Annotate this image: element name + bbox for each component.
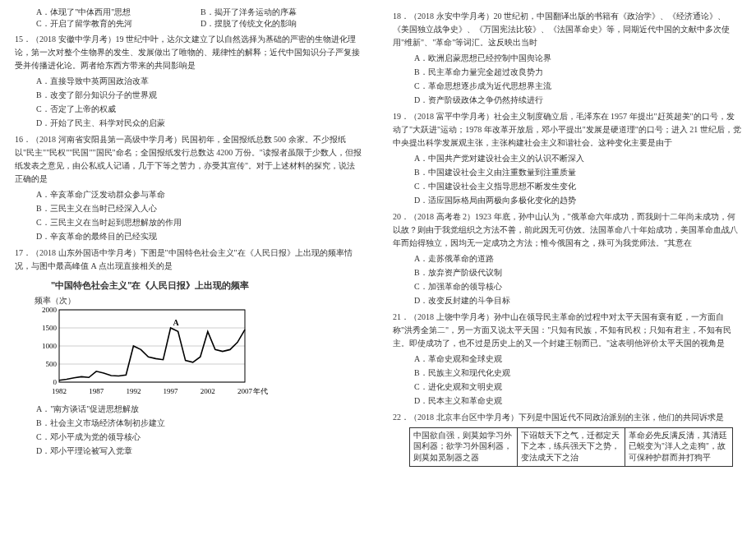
right-column: 18．（2018 永安中学月考）20 世纪初，中国翻译出版的书籍有《政治学》、《… — [378, 0, 756, 535]
svg-text:2002: 2002 — [201, 387, 215, 395]
left-column: A．体现了"中体西用"思想 B．揭开了洋务运动的序幕 C．开启了留学教育的先河 … — [0, 0, 378, 535]
q17-optC: C．邓小平成为党的领导核心 — [36, 430, 363, 444]
q19-optB: B．中国建设社会主义由注重数量到注重质量 — [414, 165, 741, 179]
q21-optA: A．革命史观和全球史观 — [414, 352, 741, 366]
frequency-chart: 0500100015002000198219871992199720022007… — [31, 307, 270, 397]
q15-optC: C．否定了上帝的权威 — [36, 102, 363, 116]
q17-optD: D．邓小平理论被写入党章 — [36, 444, 363, 458]
q17-optB: B．社会主义市场经济体制初步建立 — [36, 416, 363, 430]
svg-text:1997: 1997 — [164, 387, 179, 395]
q20-optD: D．改变反封建的斗争目标 — [414, 293, 741, 307]
q16-optA: A．辛亥革命广泛发动群众参与革命 — [36, 187, 363, 201]
q17-optA: A．"南方谈话"促进思想解放 — [36, 402, 363, 416]
q14-optC: C．开启了留学教育的先河 — [36, 18, 201, 30]
q16-optD: D．辛亥革命的最终目的已经实现 — [36, 229, 363, 243]
q18-stem: 18．（2018 永安中学月考）20 世纪初，中国翻译出版的书籍有《政治学》、《… — [393, 10, 741, 49]
q16-optC: C．三民主义在当时起到思想解放的作用 — [36, 215, 363, 229]
q19-optC: C．中国建设社会主义指导思想不断发生变化 — [414, 179, 741, 193]
q18-optA: A．欧洲启蒙思想已经控制中国舆论界 — [414, 51, 741, 65]
q16-stem: 16．（2018 河南省安阳县第一高级中学月考）民国初年，全国报纸总数 500 … — [15, 133, 363, 186]
q20-optB: B．放弃资产阶级代议制 — [414, 265, 741, 279]
q15-optB: B．改变了部分知识分子的世界观 — [36, 88, 363, 102]
q22-table: 中国欲自强，则莫如学习外国利器；欲学习外国利器，则莫如觅制器之器 下诏鼓天下之气… — [409, 427, 733, 467]
svg-text:年代: 年代 — [253, 387, 268, 395]
q14-optB: B．揭开了洋务运动的序幕 — [201, 7, 297, 18]
chart-container: "中国特色社会主义"在《人民日报》上出现的频率 频率（次） 0500100015… — [31, 279, 363, 397]
q20-optC: C．加强革命的领导核心 — [414, 279, 741, 293]
q19-optD: D．适应国际格局由两极向多极化变化的趋势 — [414, 193, 741, 207]
q18-optD: D．资产阶级政体之争仍然持续进行 — [414, 93, 741, 107]
svg-text:1000: 1000 — [42, 342, 58, 350]
svg-text:1992: 1992 — [126, 387, 141, 395]
chart-title: "中国特色社会主义"在《人民日报》上出现的频率 — [51, 279, 363, 292]
q14-opts-row1: A．体现了"中体西用"思想 B．揭开了洋务运动的序幕 — [36, 7, 363, 18]
svg-text:0: 0 — [53, 378, 58, 386]
q20-optA: A．走苏俄革命的道路 — [414, 251, 741, 265]
svg-text:500: 500 — [46, 360, 58, 368]
svg-text:2007: 2007 — [237, 387, 253, 395]
q15-optD: D．开始了民主、科学对民众的启蒙 — [36, 116, 363, 130]
svg-text:1982: 1982 — [52, 387, 67, 395]
q18-optC: C．革命思想逐步成为近代思想界主流 — [414, 79, 741, 93]
q22-cell-1: 下诏鼓天下之气，迁都定天下之本，练兵强天下之势，变法成天下之治 — [518, 428, 625, 467]
svg-text:2000: 2000 — [42, 307, 58, 314]
q18-optB: B．民主革命力量完全超过改良势力 — [414, 65, 741, 79]
q15-stem: 15．（2018 安徽中学月考）19 世纪中叶，达尔文建立了以自然选择为基础的严… — [15, 33, 363, 72]
q22-cell-0: 中国欲自强，则莫如学习外国利器；欲学习外国利器，则莫如觅制器之器 — [410, 428, 518, 467]
q14-optD: D．摆脱了传统文化的影响 — [201, 18, 297, 30]
q21-optB: B．民族主义和现代化史观 — [414, 366, 741, 380]
q16-optB: B．三民主义在当时已经深入人心 — [36, 201, 363, 215]
q19-stem: 19．（2018 富平中学月考）社会主义制度确立后，毛泽东在 1957 年提出"… — [393, 110, 741, 150]
q15-optA: A．直接导致中英两国政治改革 — [36, 74, 363, 88]
q19-optA: A．中国共产党对建设社会主义的认识不断深入 — [414, 151, 741, 165]
svg-text:A: A — [173, 318, 180, 327]
q22-stem: 22．（2018 北京丰台区中学月考）下列是中国近代不同政治派别的主张，他们的共… — [393, 411, 741, 424]
exam-page: A．体现了"中体西用"思想 B．揭开了洋务运动的序幕 C．开启了留学教育的先河 … — [0, 0, 756, 535]
q14-optA: A．体现了"中体西用"思想 — [36, 7, 201, 18]
q21-optD: D．民本主义和革命史观 — [414, 394, 741, 408]
chart-ylabel: 频率（次） — [35, 295, 363, 307]
q21-optC: C．进化史观和文明史观 — [414, 380, 741, 394]
q22-cell-2: 革命必先反满反清，其清廷已蜕变为"洋人之走狗"，故可保种护群而并打狗平 — [625, 428, 733, 467]
q17-stem: 17．（2018 山东外国语中学月考）下图是"中国特色社会主义"在《人民日报》上… — [15, 247, 363, 273]
svg-text:1987: 1987 — [89, 387, 104, 395]
q14-opts-row2: C．开启了留学教育的先河 D．摆脱了传统文化的影响 — [36, 18, 363, 30]
q20-stem: 20．（2018 高考卷 2）1923 年底，孙中山认为，"俄革命六年成功，而我… — [393, 210, 741, 250]
q21-stem: 21．（2018 上饶中学月考）孙中山在领导民主革命的过程中对太平天国有褒有贬，… — [393, 311, 741, 350]
svg-text:1500: 1500 — [42, 324, 58, 332]
